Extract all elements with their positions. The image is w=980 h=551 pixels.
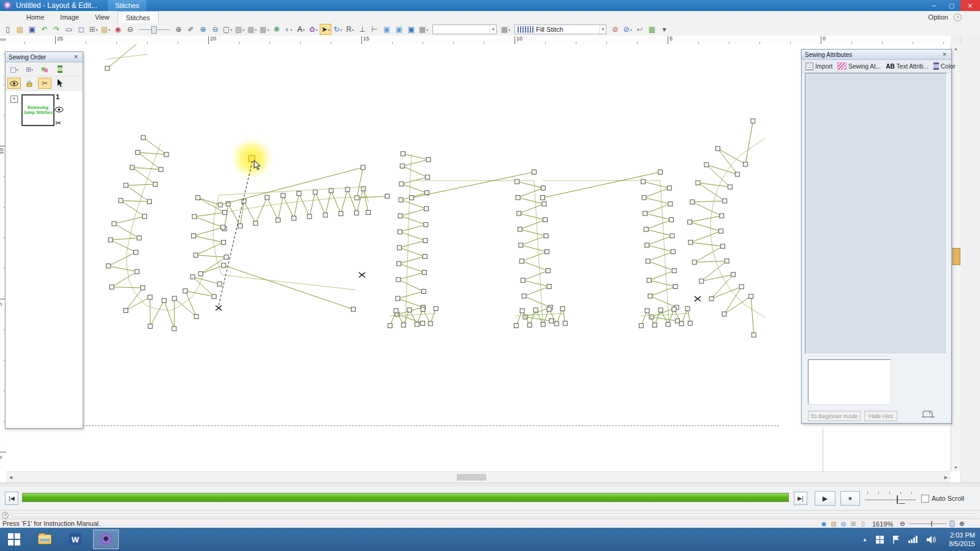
item-visibility-icon[interactable] [55, 107, 64, 114]
to-beginner-mode-button[interactable]: To Beginner mode [808, 411, 861, 421]
not-sew-outline-icon[interactable]: ⊘▾ [622, 24, 633, 35]
zoom-selection-icon[interactable]: ▣ [393, 24, 405, 35]
stamp-tool-icon[interactable]: ◐▾ [283, 24, 295, 35]
actual-size-icon[interactable]: ▣ [405, 24, 417, 35]
stitch-run[interactable] [639, 307, 692, 328]
notifications-flag-icon[interactable] [892, 535, 900, 544]
stitch-run[interactable] [641, 179, 680, 323]
rotate-tool-icon[interactable]: ↻▾ [332, 24, 344, 35]
vertical-scroll-thumb[interactable] [952, 248, 960, 265]
thread-spool-button[interactable] [53, 64, 67, 75]
menu-image[interactable]: Image [52, 11, 87, 23]
stitch-run[interactable] [395, 152, 431, 326]
color-sort-button[interactable] [38, 64, 51, 75]
zoom-in-tool-icon[interactable]: ⊕ [197, 24, 209, 35]
action-center-icon[interactable] [876, 536, 884, 544]
design-property-icon[interactable]: ▭ [63, 24, 75, 35]
status-zoom-thumb[interactable] [931, 521, 932, 527]
expand-item-icon[interactable]: + [10, 96, 18, 103]
visibility-toggle-button[interactable] [7, 78, 21, 89]
sewing-order-title-bar[interactable]: Sewing Order ✕ [6, 52, 83, 62]
speed-slider[interactable] [865, 490, 916, 505]
zoom-slider-thumb[interactable] [151, 26, 157, 34]
view-mode-icon[interactable]: ▦▾ [418, 24, 429, 35]
play-button[interactable]: ▶ [815, 491, 835, 506]
close-icon[interactable]: ✕ [72, 54, 80, 60]
stitch-run[interactable] [515, 179, 554, 323]
sewing-attributes-title-bar[interactable]: Sewing Attributes ✕ [802, 50, 951, 60]
design-property-view-icon[interactable]: ▯ [859, 520, 867, 528]
status-zoom-in-icon[interactable]: ⊕ [957, 520, 966, 528]
grid-tool-icon[interactable]: ▩▾ [258, 24, 270, 35]
menu-home[interactable]: Home [18, 11, 52, 23]
lattice-transform-icon[interactable]: ▦▾ [246, 24, 258, 35]
select-tool-icon[interactable]: ➤▾ [320, 24, 331, 35]
lock-toggle-button[interactable] [23, 78, 36, 89]
reorder-button[interactable]: ⊞▾ [23, 64, 36, 75]
import-patterns-icon[interactable]: ▤▾ [100, 24, 111, 35]
embroidery-app-button[interactable] [93, 530, 119, 549]
start-button[interactable] [1, 530, 27, 549]
normal-view-icon[interactable]: ◎ [839, 520, 848, 528]
hide-hint-button[interactable]: Hide Hint [864, 411, 897, 421]
scroll-up-icon[interactable]: ▲ [951, 44, 960, 53]
stitch-run[interactable] [514, 307, 567, 328]
vertical-scrollbar[interactable]: ▲ ▼ [951, 44, 961, 471]
horizontal-scroll-thumb[interactable] [457, 474, 486, 481]
not-sew-region-icon[interactable]: ⊘ [609, 24, 621, 35]
stitch-simulator-icon[interactable]: ▩ [646, 24, 658, 35]
save-icon[interactable]: ▣ [26, 24, 38, 35]
skip-to-end-button[interactable]: ▶| [794, 492, 807, 505]
file-explorer-button[interactable] [32, 530, 58, 549]
redo-icon[interactable]: ↷ [51, 24, 62, 35]
minimize-button[interactable]: ─ [925, 0, 943, 11]
chevron-down-icon[interactable]: ▾ [599, 25, 606, 34]
toolbar-overflow-icon[interactable]: ▾ [658, 24, 670, 35]
stop-button[interactable]: ■ [840, 491, 860, 506]
align-bottom-icon[interactable]: ⊥ [356, 24, 368, 35]
taskbar-clock[interactable]: 2:03 PM 8/5/2015 [937, 531, 975, 548]
pan-tool-icon[interactable]: ▢▾ [222, 24, 233, 35]
scroll-left-icon[interactable]: ◀ [6, 473, 15, 482]
thread-chart-icon[interactable]: ◉ [112, 24, 124, 35]
close-icon[interactable]: ✕ [941, 51, 948, 58]
zoom-out-tool-icon[interactable]: ⊖ [209, 24, 221, 35]
flip-tool-icon[interactable]: R▾ [344, 24, 356, 35]
menu-stitches[interactable]: Stitches [118, 11, 159, 23]
realistic-view-icon[interactable]: ◉ [820, 520, 828, 528]
zoom-slider[interactable] [138, 24, 171, 34]
align-left-icon[interactable]: ⊢ [369, 24, 380, 35]
status-zoom-out-icon[interactable]: ⊖ [898, 520, 907, 528]
open-design-icon[interactable]: ▤ [14, 24, 26, 35]
item-trim-icon[interactable]: ✂ [55, 119, 61, 127]
volume-icon[interactable] [927, 536, 936, 544]
chevron-down-icon[interactable]: ▾ [489, 25, 496, 34]
hidden-icons-chevron-icon[interactable]: ▲ [862, 537, 867, 542]
stitch-progress-bar[interactable] [22, 493, 789, 502]
zoom-out-button[interactable]: ⊖ [124, 24, 136, 35]
stitch-run[interactable] [388, 307, 438, 328]
fit-selection-icon[interactable]: ▣ [381, 24, 393, 35]
fill-stitch-select[interactable]: Fill Stitch▾ [514, 24, 606, 34]
help-icon[interactable]: ? [954, 13, 962, 21]
pattern-select[interactable]: ▾ [432, 24, 497, 34]
new-document-icon[interactable]: ▯ [2, 24, 13, 35]
network-signal-icon[interactable] [908, 536, 918, 543]
tab-text-attributes[interactable]: AB Text Attrib... [884, 61, 930, 71]
tab-color[interactable]: Color [932, 61, 957, 71]
undo-icon[interactable]: ↶ [39, 24, 50, 35]
tab-sewing-attributes[interactable]: Sewing At... [836, 61, 882, 71]
hoop-size-icon[interactable]: ◻ [75, 24, 87, 35]
horizontal-scrollbar[interactable]: ◀ ▶ [6, 471, 951, 483]
tab-import[interactable]: Import [804, 61, 834, 71]
region-type-icon[interactable]: ▦▾ [500, 24, 511, 35]
shape-tool-icon[interactable]: ✿▾ [307, 24, 319, 35]
menu-view[interactable]: View [87, 11, 118, 23]
zoom-fit-order-button[interactable]: ▢▾ [7, 64, 21, 75]
stitch-split-icon[interactable]: ▧▾ [234, 24, 246, 35]
stitch-run[interactable] [192, 165, 390, 312]
stitch-run[interactable] [688, 119, 765, 337]
maximize-button[interactable]: ▢ [943, 0, 960, 11]
close-button[interactable]: ✕ [960, 0, 980, 11]
menu-option[interactable]: Option [929, 11, 948, 23]
